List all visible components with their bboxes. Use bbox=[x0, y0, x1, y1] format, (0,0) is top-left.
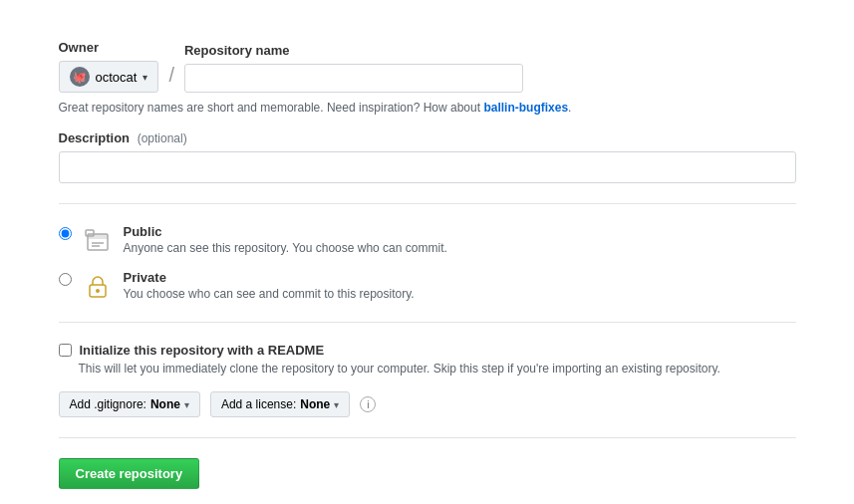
lock-icon-svg bbox=[84, 272, 112, 300]
public-title: Public bbox=[124, 224, 447, 239]
repo-name-field-group: Repository name bbox=[184, 43, 523, 93]
public-radio[interactable] bbox=[59, 227, 72, 240]
extras-row: Add .gitignore: None ▾ Add a license: No… bbox=[59, 391, 796, 417]
gitignore-value: None bbox=[150, 397, 180, 411]
initialize-section: Initialize this repository with a README… bbox=[59, 343, 796, 376]
owner-repo-row: Owner 🐙 octocat ▾ / Repository name bbox=[59, 40, 796, 93]
owner-name: octocat bbox=[96, 70, 138, 85]
license-value: None bbox=[300, 397, 330, 411]
private-title: Private bbox=[124, 270, 415, 285]
suggestion-link[interactable]: ballin-bugfixes bbox=[483, 101, 568, 115]
owner-field-group: Owner 🐙 octocat ▾ bbox=[59, 40, 159, 93]
private-radio[interactable] bbox=[59, 273, 72, 286]
description-field-group: Description (optional) bbox=[59, 130, 796, 183]
optional-label: (optional) bbox=[138, 131, 187, 145]
owner-label: Owner bbox=[59, 40, 159, 55]
divider-3 bbox=[59, 437, 796, 438]
gitignore-caret-icon: ▾ bbox=[184, 399, 189, 410]
repo-name-input[interactable] bbox=[184, 64, 523, 93]
private-description: You choose who can see and commit to thi… bbox=[124, 287, 415, 301]
divider-1 bbox=[59, 203, 796, 204]
public-icon-svg bbox=[84, 226, 112, 254]
public-option: Public Anyone can see this repository. Y… bbox=[59, 224, 796, 256]
description-label: Description (optional) bbox=[59, 130, 796, 145]
initialize-label: Initialize this repository with a README bbox=[80, 343, 325, 358]
public-radio-content: Public Anyone can see this repository. Y… bbox=[124, 224, 447, 255]
svg-text:🐙: 🐙 bbox=[73, 70, 87, 84]
license-dropdown[interactable]: Add a license: None ▾ bbox=[210, 391, 350, 417]
license-caret-icon: ▾ bbox=[334, 399, 339, 410]
octocat-icon: 🐙 bbox=[70, 67, 90, 87]
gitignore-label: Add .gitignore: bbox=[70, 397, 146, 411]
private-option: Private You choose who can see and commi… bbox=[59, 270, 796, 302]
create-repository-button[interactable]: Create repository bbox=[59, 458, 200, 489]
public-repo-icon bbox=[82, 224, 114, 256]
description-input[interactable] bbox=[59, 151, 796, 183]
repo-name-label: Repository name bbox=[184, 43, 523, 58]
license-label: Add a license: bbox=[221, 397, 296, 411]
initialize-hint: This will let you immediately clone the … bbox=[79, 362, 796, 376]
hint-text-after: . bbox=[568, 101, 571, 115]
svg-point-8 bbox=[96, 289, 100, 293]
owner-dropdown[interactable]: 🐙 octocat ▾ bbox=[59, 61, 159, 93]
gitignore-dropdown[interactable]: Add .gitignore: None ▾ bbox=[59, 391, 200, 417]
initialize-row: Initialize this repository with a README bbox=[59, 343, 796, 358]
private-radio-content: Private You choose who can see and commi… bbox=[124, 270, 415, 301]
public-description: Anyone can see this repository. You choo… bbox=[124, 241, 447, 255]
divider-2 bbox=[59, 322, 796, 323]
octocat-avatar: 🐙 bbox=[70, 67, 90, 87]
owner-caret-icon: ▾ bbox=[142, 72, 147, 83]
create-repo-form: Owner 🐙 octocat ▾ / Repository name Grea… bbox=[29, 20, 826, 504]
private-repo-icon bbox=[82, 270, 114, 302]
repo-name-hint: Great repository names are short and mem… bbox=[59, 101, 796, 115]
info-icon[interactable]: i bbox=[360, 396, 376, 412]
hint-text-before: Great repository names are short and mem… bbox=[59, 101, 484, 115]
initialize-checkbox[interactable] bbox=[59, 344, 72, 357]
slash-separator: / bbox=[166, 64, 176, 93]
